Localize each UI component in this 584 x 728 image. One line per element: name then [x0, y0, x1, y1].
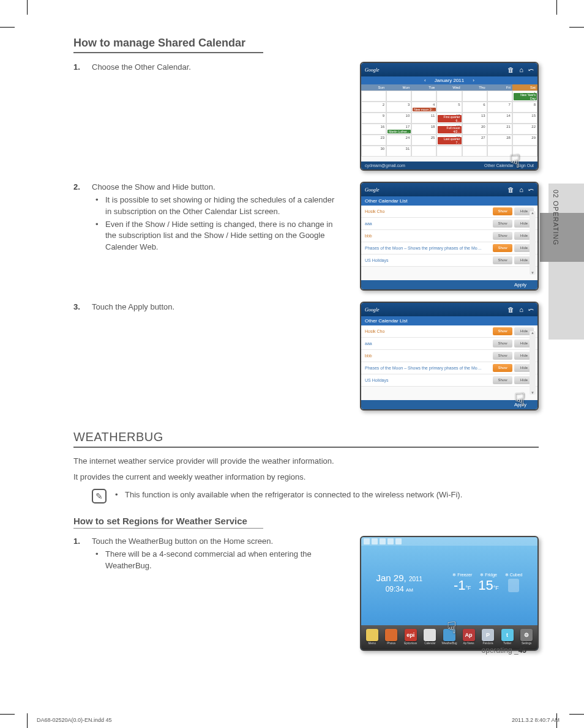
- calendar-list-row: US HolidaysShowHide: [361, 254, 537, 267]
- home-date: Jan 29, 2011: [376, 573, 423, 583]
- step-bullet: It is possible to set showing or hiding …: [103, 195, 337, 218]
- pointer-hand-icon: ☟: [514, 389, 525, 410]
- calendar-name: Hosik Cho: [365, 209, 491, 214]
- section-heading-weatherbug: WEATHERBUG: [73, 430, 539, 448]
- step-text: Touch the WeatherBug button on the Home …: [92, 537, 273, 546]
- step-text: Choose the Show and Hide button.: [92, 182, 215, 191]
- list-title: Other Calendar List: [361, 316, 537, 325]
- doc-meta-right: 2011.3.2 8:40:7 AM: [512, 717, 560, 723]
- calendar-list-row: Hosik ChoShowHide: [361, 206, 537, 218]
- subsection-title-regions: How to set Regions for Weather Service: [73, 516, 263, 529]
- home-icon[interactable]: ⌂: [519, 186, 523, 194]
- pointer-hand-icon: ☟: [509, 150, 520, 171]
- header-icons: 🗑 ⌂ ⤺: [507, 66, 534, 74]
- app-memo[interactable]: Memo: [365, 629, 380, 646]
- status-bar: [361, 537, 537, 546]
- calendar-list-row: Hosik ChoShowHide: [361, 325, 537, 338]
- trash-icon[interactable]: 🗑: [507, 306, 514, 314]
- show-button[interactable]: Show: [493, 232, 512, 240]
- step-bullet: There will be a 4-second commercial ad w…: [103, 549, 337, 572]
- show-button[interactable]: Show: [493, 244, 512, 252]
- step-2: 2. Choose the Show and Hide button. It i…: [73, 182, 337, 298]
- page-footer: operating _45: [482, 646, 526, 655]
- show-button[interactable]: Show: [493, 256, 512, 264]
- figure-other-calendar-list: Google 🗑⌂⤺ Other Calendar List Hosik Cho…: [360, 182, 539, 291]
- step-text: Choose the Other Calendar.: [92, 62, 191, 72]
- step-3: 3. Touch the Apply button.: [73, 302, 337, 418]
- show-button[interactable]: Show: [493, 327, 512, 335]
- step-num: 3.: [73, 302, 80, 313]
- footer-email: cydream@gmail.com: [365, 163, 405, 168]
- note-bullet: This function is only available when the…: [122, 490, 462, 499]
- google-logo: Google: [365, 67, 380, 73]
- list-title: Other Calendar List: [361, 196, 537, 206]
- back-icon[interactable]: ⤺: [528, 186, 534, 194]
- scrollbar[interactable]: [530, 331, 536, 395]
- google-logo: Google: [365, 307, 380, 313]
- calendar-name: Phases of the Moon – Shows the primary p…: [365, 366, 491, 370]
- app-ap-news[interactable]: ApAp News: [462, 629, 476, 646]
- step-num: 1.: [73, 62, 80, 73]
- calendar-grid: Sun Mon Tue Wed Thu Fri Sat 1New Year's …: [361, 84, 537, 157]
- step-1: 1. Choose the Other Calendar.: [73, 62, 337, 178]
- back-icon[interactable]: ⤺: [528, 66, 534, 74]
- calendar-list-row: Phases of the Moon – Shows the primary p…: [361, 242, 537, 254]
- doc-meta-left: DA68-02520A(0.0)-EN.indd 45: [37, 717, 112, 723]
- google-logo: Google: [365, 187, 380, 193]
- pointer-hand-icon: ☟: [447, 618, 457, 637]
- side-tab-label: 02 OPERATING: [552, 190, 560, 245]
- calendar-list-row: bbbShowHide: [361, 230, 537, 242]
- next-month-icon[interactable]: ›: [473, 78, 474, 83]
- show-button[interactable]: Show: [493, 220, 512, 228]
- calendar-list-row: aaaShowHide: [361, 218, 537, 230]
- side-tab: 02 OPERATING: [540, 184, 584, 340]
- apply-button[interactable]: Apply: [514, 282, 526, 288]
- weather-step-1: 1. Touch the WeatherBug button on the Ho…: [73, 536, 337, 658]
- note-box: ✎ This function is only available when t…: [92, 489, 539, 503]
- calendar-list-row: US HolidaysShowHide: [361, 374, 537, 387]
- step-text: Touch the Apply button.: [92, 302, 174, 311]
- show-button[interactable]: Show: [493, 364, 512, 372]
- app-settings[interactable]: ⚙Settings: [519, 629, 534, 646]
- back-icon[interactable]: ⤺: [528, 306, 534, 314]
- calendar-name: bbb: [365, 354, 491, 358]
- show-button[interactable]: Show: [493, 376, 512, 384]
- calendar-list-row: aaaShowHide: [361, 338, 537, 350]
- trash-icon[interactable]: 🗑: [507, 66, 514, 74]
- note-icon: ✎: [92, 489, 107, 503]
- calendar-name: Phases of the Moon – Shows the primary p…: [365, 246, 491, 250]
- calendar-name: Hosik Cho: [365, 329, 491, 333]
- figure-calendar: Google 🗑 ⌂ ⤺ ‹ January 2011 › Sun Mon Tu…: [360, 62, 539, 171]
- app-epicurious[interactable]: epiEpicurious: [403, 629, 418, 646]
- calendar-name: bbb: [365, 234, 491, 238]
- calendar-list-row: bbbShowHide: [361, 350, 537, 362]
- step-bullet: Even if the Show / Hide setting is chang…: [103, 219, 337, 254]
- figure-other-calendar-list-apply: Google 🗑⌂⤺ Other Calendar List Hosik Cho…: [360, 302, 539, 410]
- calendar-name: US Holidays: [365, 258, 491, 262]
- step-num: 2.: [73, 182, 80, 193]
- month-bar: ‹ January 2011 ›: [361, 76, 537, 84]
- home-time: 09:34 AM: [376, 585, 423, 593]
- app-calendar[interactable]: Calendar: [422, 629, 437, 646]
- section-title-shared-calendar: How to manage Shared Calendar: [73, 37, 263, 53]
- app-photos[interactable]: Photos: [384, 629, 399, 646]
- show-button[interactable]: Show: [493, 352, 512, 360]
- figure-home-screen: Jan 29, 2011 09:34 AM ❄ Freezer -1°F ❄ F…: [360, 536, 539, 651]
- home-icon[interactable]: ⌂: [519, 306, 523, 314]
- prev-month-icon[interactable]: ‹: [424, 78, 426, 83]
- month-label: January 2011: [435, 78, 464, 83]
- app-twitter[interactable]: tTwitter: [500, 629, 515, 646]
- calendar-name: aaa: [365, 221, 491, 226]
- trash-icon[interactable]: 🗑: [507, 186, 514, 194]
- show-button[interactable]: Show: [493, 340, 512, 347]
- home-icon[interactable]: ⌂: [519, 66, 523, 74]
- weatherbug-intro-1: The internet weather service provider wi…: [73, 455, 539, 467]
- scrollbar[interactable]: [530, 211, 536, 275]
- calendar-name: US Holidays: [365, 378, 491, 382]
- home-temps: ❄ Freezer -1°F ❄ Fridge 15°F ❄ Cubed: [452, 573, 522, 593]
- app-pandora[interactable]: PPandora: [481, 629, 495, 646]
- calendar-list-row: Phases of the Moon – Shows the primary p…: [361, 362, 537, 374]
- calendar-name: aaa: [365, 341, 491, 346]
- show-button[interactable]: Show: [493, 207, 512, 215]
- step-num: 1.: [73, 536, 80, 548]
